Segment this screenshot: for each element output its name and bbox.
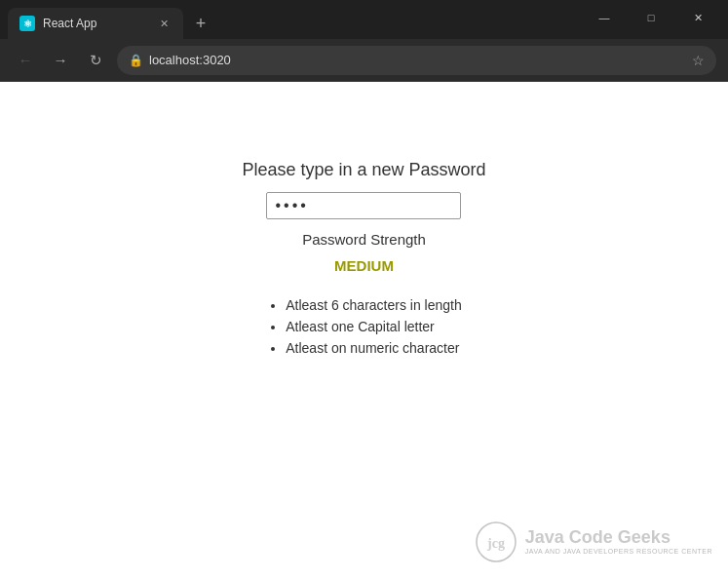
jcg-watermark: jcg Java Code Geeks JAVA AND JAVA DEVELO… <box>475 521 712 563</box>
reload-button[interactable]: ↻ <box>82 47 109 74</box>
active-tab[interactable]: ⚛ React App ✕ <box>8 8 183 39</box>
jcg-brand-label: Java Code Geeks <box>525 528 712 548</box>
strength-value: MEDIUM <box>334 257 394 274</box>
requirement-item: Atleast on numeric character <box>286 340 462 356</box>
tab-close-button[interactable]: ✕ <box>156 16 172 31</box>
jcg-text: Java Code Geeks JAVA AND JAVA DEVELOPERS… <box>525 528 712 555</box>
new-tab-button[interactable]: + <box>187 10 214 37</box>
close-button[interactable]: ✕ <box>675 2 720 33</box>
page-heading: Please type in a new Password <box>242 160 485 180</box>
tab-area: ⚛ React App ✕ + <box>8 0 570 39</box>
jcg-logo-icon: jcg <box>475 521 517 563</box>
maximize-button[interactable]: □ <box>629 2 673 33</box>
requirements-list: Atleast 6 characters in lengthAtleast on… <box>266 297 462 362</box>
forward-button[interactable]: → <box>47 47 74 74</box>
title-bar: ⚛ React App ✕ + — □ ✕ <box>0 0 728 39</box>
strength-label: Password Strength <box>302 231 426 248</box>
back-button[interactable]: ← <box>12 47 39 74</box>
password-section: Please type in a new Password Password S… <box>242 160 485 362</box>
svg-text:jcg: jcg <box>486 536 505 551</box>
jcg-tagline-label: JAVA AND JAVA DEVELOPERS RESOURCE CENTER <box>525 548 712 556</box>
window-controls: — □ ✕ <box>582 2 720 37</box>
tab-favicon: ⚛ <box>19 16 35 31</box>
address-bar: ← → ↻ 🔒 localhost:3020 ☆ <box>0 39 728 82</box>
lock-icon: 🔒 <box>129 54 143 67</box>
page-content: Please type in a new Password Password S… <box>0 82 728 579</box>
requirement-item: Atleast one Capital letter <box>286 319 462 334</box>
requirement-item: Atleast 6 characters in length <box>286 297 462 313</box>
bookmark-icon[interactable]: ☆ <box>692 53 705 68</box>
tab-title: React App <box>43 17 148 30</box>
minimize-button[interactable]: — <box>582 2 627 33</box>
url-text: localhost:3020 <box>149 53 686 67</box>
password-input[interactable] <box>266 192 461 219</box>
browser-window: ⚛ React App ✕ + — □ ✕ ← → ↻ 🔒 localhost:… <box>0 0 728 579</box>
url-bar[interactable]: 🔒 localhost:3020 ☆ <box>117 46 716 75</box>
